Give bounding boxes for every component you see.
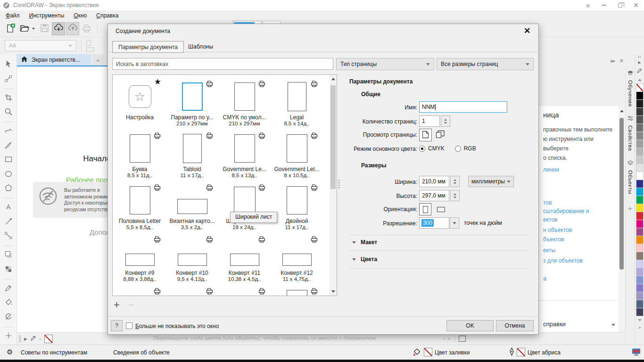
panel-splitter[interactable] [338,180,340,188]
preset-thumbnail[interactable] [125,254,155,266]
color-swatch[interactable] [636,228,644,236]
open-button[interactable] [18,22,31,35]
fill-tool[interactable] [2,297,15,309]
color-swatch[interactable] [636,172,644,180]
color-swatch[interactable] [636,91,644,100]
docker-help-link[interactable]: а [543,275,546,282]
preset-item[interactable]: Широкий лист18 x 24д.. [218,182,271,234]
monitor-icon[interactable] [632,348,641,358]
dont-show-label[interactable]: Больше не показывать это окно [135,323,219,329]
docker-help-link[interactable]: екты [543,247,555,254]
page-count-stepper[interactable] [441,115,450,127]
scroll-up-icon[interactable] [331,78,335,80]
color-swatch[interactable] [636,212,644,220]
scroll-up-icon[interactable] [620,110,624,112]
ok-button[interactable]: OK [446,320,494,331]
resolution-input[interactable]: 300 [419,217,449,229]
dialog-close-icon[interactable]: ✕ [524,26,530,36]
new-document-button[interactable] [4,22,17,35]
eyedropper-tool[interactable] [2,283,15,295]
preset-thumbnail[interactable] [234,134,255,163]
transparency-tool[interactable] [2,263,15,275]
chevron-down-icon[interactable] [611,324,615,326]
preset-thumbnail[interactable] [282,254,312,266]
page-target-icon[interactable] [459,336,466,342]
palette-eyedropper-icon[interactable] [636,67,643,75]
search-presets-input[interactable]: Искать в заготовках [112,58,333,70]
color-swatch[interactable] [636,292,644,300]
preset-item-partial[interactable] [218,286,271,296]
color-swatch[interactable] [636,284,644,292]
docker-collapse-icon[interactable]: ▶▶ [611,59,614,63]
fill-color-swatch[interactable] [424,348,432,356]
close-button[interactable]: ✕ [628,0,644,10]
new-tab-button[interactable]: + [92,54,104,66]
save-button[interactable] [38,22,51,35]
color-swatch[interactable] [636,188,644,196]
menu-tools[interactable]: Инструменты [25,11,69,20]
palette-expand-icon[interactable]: » [638,324,641,330]
docker-help-link[interactable]: з для объектов [543,257,583,264]
strip-grip[interactable] [19,336,21,342]
strip-scroll-right-icon[interactable]: › [444,335,446,342]
height-input[interactable]: 297,0 мм [419,190,449,201]
preset-thumbnail[interactable] [230,254,259,266]
palette-scroll-down-icon[interactable] [638,319,642,321]
account-icon[interactable]: ▣ [580,0,596,10]
preset-item-partial[interactable] [114,286,166,296]
color-swatch[interactable] [636,164,644,172]
zoom-tool[interactable] [2,107,15,118]
color-swatch[interactable] [636,308,644,316]
preset-item[interactable]: Конверт #98,88 x 3,88д.. [114,234,166,286]
color-swatch[interactable] [636,180,644,188]
units-combo[interactable]: миллиметры [468,176,514,187]
color-swatch[interactable] [636,204,644,212]
no-color-swatch[interactable] [636,83,644,92]
interactive-fill-tool[interactable] [2,311,15,323]
tool-hints-label[interactable]: Советы по инструментам [21,349,87,356]
docker-help-link[interactable]: сштабирование и [543,208,589,214]
polygon-tool[interactable] [2,183,15,195]
docker-tab-properties[interactable]: Свойства [627,115,634,151]
strip-flyout-icon[interactable]: ▶ [24,337,27,341]
colors-section-header[interactable]: Цвета [352,256,377,263]
add-docker-button[interactable]: + [628,205,632,213]
preset-thumbnail[interactable] [178,254,207,266]
preset-item[interactable]: Параметр по у...210 x 297мм [166,79,218,131]
pick-tool[interactable] [2,59,15,71]
menu-window[interactable]: Окно [69,11,91,20]
preset-item[interactable]: Tabloid11 x 17д.. [166,131,218,182]
object-info-label[interactable]: Сведения об объекте [113,349,170,356]
scroll-down-icon[interactable] [331,290,335,293]
rectangle-tool[interactable] [2,154,15,166]
preset-item[interactable]: Половина Letter5,5 x 8,5д.. [114,182,166,234]
strip-expand-icon[interactable]: » [447,335,451,342]
strip-scroll-left-icon[interactable]: ‹ [39,336,41,342]
drop-shadow-tool[interactable] [2,249,15,261]
scrollbar-thumb[interactable] [619,118,624,270]
preset-thumbnail[interactable] [182,82,203,111]
menu-help[interactable]: Справка [91,11,123,20]
preset-item[interactable]: Конверт #1110,38 x 4,5д.. [218,234,271,286]
color-swatch[interactable] [636,196,644,204]
single-page-view-button[interactable] [419,129,432,141]
cloud-download-button[interactable] [52,22,65,35]
minimize-button[interactable] [596,0,612,10]
ellipse-tool[interactable] [2,168,15,180]
preset-thumbnail[interactable] [183,134,202,163]
docker-tab-learning[interactable]: Обучения [627,70,634,107]
color-swatch[interactable] [636,140,644,148]
docker-close-icon[interactable]: ✕ [619,58,624,64]
page-sizes-combo[interactable]: Все размеры страниц [437,58,534,70]
color-swatch[interactable] [636,236,644,244]
color-swatch[interactable] [636,99,644,108]
tab-document-settings[interactable]: Параметры документа [112,41,184,53]
line-tool[interactable] [2,216,15,228]
docker-scrollbar[interactable] [619,107,625,330]
preset-item-partial[interactable] [166,286,218,296]
add-preset-button[interactable]: + [114,299,120,311]
freehand-tool[interactable] [2,125,15,137]
color-swatch[interactable] [636,132,644,140]
page-type-combo[interactable]: Тип страницы [336,58,434,70]
crop-tool[interactable] [2,92,15,104]
